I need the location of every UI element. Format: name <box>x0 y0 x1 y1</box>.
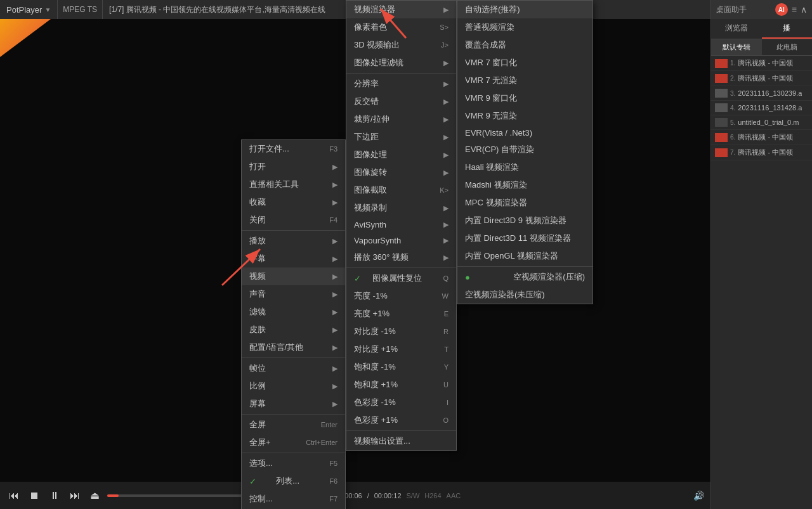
submenu-resolution[interactable]: 分辨率 ▶ <box>346 75 456 93</box>
submenu-deinterlace[interactable]: 反交错 ▶ <box>346 93 456 110</box>
player-name[interactable]: PotPlayer ▼ <box>0 0 58 19</box>
sub-tab-default-album[interactable]: 默认专辑 <box>711 39 762 55</box>
menu-audio[interactable]: 声音 ▶ <box>242 285 345 303</box>
menu-filters[interactable]: 滤镜 ▶ <box>242 303 345 321</box>
submenu-video-record[interactable]: 视频录制 ▶ <box>346 199 456 217</box>
submenu-saturation-plus[interactable]: 饱和度 +1% U <box>346 376 456 394</box>
menu-subtitles[interactable]: 字幕 ▶ <box>242 250 345 267</box>
submenu-pixel-shading[interactable]: 像素着色 S> <box>346 18 456 36</box>
submenu-image-filter[interactable]: 图像处理滤镜 ▶ <box>346 54 456 72</box>
codec-video: H264 <box>424 492 441 499</box>
separator <box>242 230 345 231</box>
menu-skin[interactable]: 皮肤 ▶ <box>242 321 345 338</box>
list-item[interactable]: 7. 腾讯视频 - 中国领 <box>711 145 812 160</box>
submenu-contrast-minus[interactable]: 对比度 -1% R <box>346 323 456 340</box>
menu-fullscreen-plus[interactable]: 全屏+ Ctrl+Enter <box>242 434 345 451</box>
separator <box>346 430 456 431</box>
separator <box>346 267 456 268</box>
thumb-2 <box>715 74 728 83</box>
renderer-null-uncompressed[interactable]: 空视频渲染器(未压缩) <box>457 286 593 304</box>
list-item[interactable]: 6. 腾讯视频 - 中国领 <box>711 130 812 145</box>
menu-config[interactable]: 配置/语言/其他 ▶ <box>242 338 345 356</box>
submenu-hue-plus[interactable]: 色彩度 +1% O <box>346 411 456 429</box>
renderer-null-compressed[interactable]: ● 空视频渲染器(压缩) <box>457 268 593 286</box>
renderer-opengl[interactable]: 内置 OpenGL 视频渲染器 <box>457 247 593 265</box>
tab-browser[interactable]: 浏览器 <box>711 19 762 39</box>
submenu-image-rotate[interactable]: 图像旋转 ▶ <box>346 164 456 181</box>
thumb-4 <box>715 103 728 112</box>
submenu-contrast-plus[interactable]: 对比度 +1% T <box>346 340 456 358</box>
list-item[interactable]: 5. untitled_0_trial_0.m <box>711 115 812 130</box>
separator <box>242 453 345 453</box>
panel-tabs: 浏览器 播 <box>711 19 812 39</box>
play-pause-button[interactable]: ⏸ <box>47 489 62 503</box>
submenu-360-video[interactable]: 播放 360° 视频 ▶ <box>346 248 456 266</box>
submenu-image-capture[interactable]: 图像截取 K> <box>346 181 456 199</box>
expand-icon[interactable]: ∧ <box>801 4 807 15</box>
menu-video[interactable]: 视频 ▶ <box>242 267 345 285</box>
main-context-menu: 打开文件... F3 打开 ▶ 直播相关工具 ▶ 收藏 ▶ 关闭 F4 播放 ▶… <box>241 139 346 509</box>
renderer-d3d11[interactable]: 内置 Direct3D 11 视频渲染器 <box>457 229 593 247</box>
menu-open-file[interactable]: 打开文件... F3 <box>242 140 345 158</box>
renderer-vmr7-renderless[interactable]: VMR 7 无渲染 <box>457 72 593 89</box>
separator <box>242 358 345 358</box>
submenu-video-output-settings[interactable]: 视频输出设置... <box>346 432 456 450</box>
submenu-vapoursynth[interactable]: VapourSynth ▶ <box>346 233 456 248</box>
sub-tab-this-pc[interactable]: 此电脑 <box>762 39 813 55</box>
thumb-5 <box>715 118 728 127</box>
menu-play[interactable]: 播放 ▶ <box>242 232 345 250</box>
next-button[interactable]: ⏭ <box>67 489 82 503</box>
playlist: 1. 腾讯视频 - 中国领 2. 腾讯视频 - 中国领 3. 20231116_… <box>711 56 812 509</box>
list-item[interactable]: 2. 腾讯视频 - 中国领 <box>711 71 812 86</box>
menu-control[interactable]: 控制... F7 <box>242 490 345 508</box>
submenu-video-renderer[interactable]: 视频渲染器 ▶ <box>346 1 456 18</box>
submenu-3d-output[interactable]: 3D 视频输出 J> <box>346 36 456 54</box>
renderer-normal[interactable]: 普通视频渲染 <box>457 18 593 36</box>
renderer-d3d9[interactable]: 内置 Direct3D 9 视频渲染器 <box>457 212 593 229</box>
menu-fullscreen[interactable]: 全屏 Enter <box>242 416 345 434</box>
submenu-brightness-minus[interactable]: 亮度 -1% W <box>346 287 456 305</box>
submenu-avisynth[interactable]: AviSynth ▶ <box>346 217 456 233</box>
time-total: 00:00:12 <box>374 492 402 499</box>
submenu-reset-image[interactable]: ✓ 图像属性复位 Q <box>346 269 456 287</box>
separator <box>242 414 345 415</box>
renderer-vmr9-renderless[interactable]: VMR 9 无渲染 <box>457 107 593 125</box>
submenu-hue-minus[interactable]: 色彩度 -1% I <box>346 394 456 411</box>
menu-ratio[interactable]: 比例 ▶ <box>242 377 345 395</box>
renderer-evr-cp[interactable]: EVR(CP) 自带渲染 <box>457 141 593 158</box>
codec-audio: AAC <box>447 492 461 499</box>
list-item[interactable]: 4. 20231116_131428.a <box>711 101 812 115</box>
file-type-badge: MPEG TS <box>58 0 103 19</box>
menu-options[interactable]: 选项... F5 <box>242 454 345 472</box>
stop-button[interactable]: ⏹ <box>27 489 42 503</box>
separator <box>346 73 456 74</box>
menu-frame-position[interactable]: 帧位 ▶ <box>242 359 345 377</box>
eject-button[interactable]: ⏏ <box>88 488 102 503</box>
renderer-madshi[interactable]: Madshi 视频渲染 <box>457 176 593 194</box>
renderer-evr-vista[interactable]: EVR(Vista / .Net3) <box>457 125 593 141</box>
renderer-mpc[interactable]: MPC 视频渲染器 <box>457 194 593 212</box>
menu-live-tools[interactable]: 直播相关工具 ▶ <box>242 176 345 193</box>
menu-open[interactable]: 打开 ▶ <box>242 158 345 176</box>
renderer-auto[interactable]: 自动选择(推荐) <box>457 1 593 18</box>
renderer-vmr9-window[interactable]: VMR 9 窗口化 <box>457 89 593 107</box>
list-item[interactable]: 3. 20231116_130239.a <box>711 86 812 101</box>
submenu-brightness-plus[interactable]: 亮度 +1% E <box>346 305 456 323</box>
menu-favorites[interactable]: 收藏 ▶ <box>242 193 345 211</box>
menu-screen[interactable]: 屏幕 ▶ <box>242 395 345 413</box>
menu-close[interactable]: 关闭 F4 <box>242 211 345 229</box>
renderer-haali[interactable]: Haali 视频渲染 <box>457 158 593 176</box>
menu-list[interactable]: ✓ 列表... F6 <box>242 472 345 490</box>
thumb-1 <box>715 59 728 68</box>
renderer-overlay[interactable]: 覆盖合成器 <box>457 36 593 54</box>
submenu-saturation-minus[interactable]: 饱和度 -1% Y <box>346 358 456 376</box>
submenu-crop-stretch[interactable]: 裁剪/拉伸 ▶ <box>346 110 456 128</box>
submenu-image-processing[interactable]: 图像处理 ▶ <box>346 146 456 164</box>
list-item[interactable]: 1. 腾讯视频 - 中国领 <box>711 56 812 71</box>
tab-playlist[interactable]: 播 <box>762 19 813 39</box>
submenu-bottom-margin[interactable]: 下边距 ▶ <box>346 128 456 146</box>
volume-icon[interactable]: 🔊 <box>693 491 704 501</box>
renderer-vmr7-window[interactable]: VMR 7 窗口化 <box>457 54 593 72</box>
prev-button[interactable]: ⏮ <box>6 489 22 503</box>
menu-icon[interactable]: ≡ <box>792 4 797 15</box>
